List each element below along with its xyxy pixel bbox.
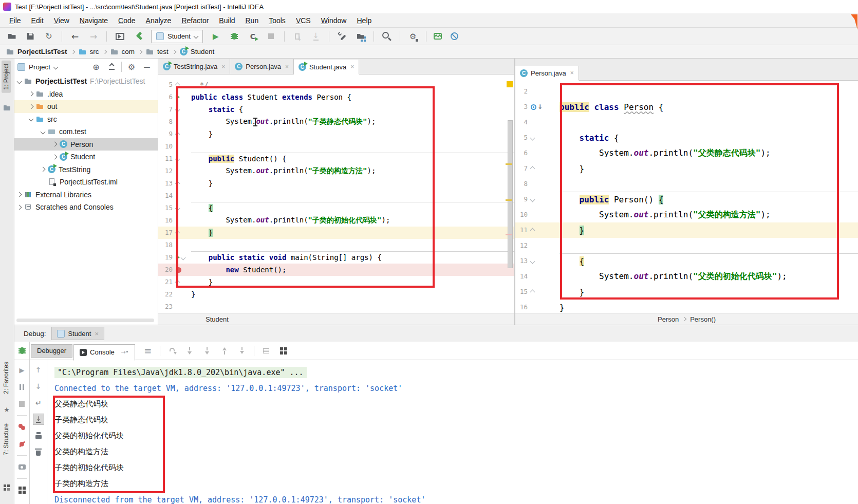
project-horizontal-scrollbar[interactable] <box>16 319 154 322</box>
line-number[interactable]: 11 <box>158 156 173 162</box>
trash-icon[interactable] <box>33 446 44 458</box>
softwrap-icon[interactable] <box>33 397 44 408</box>
line-number[interactable]: 12 <box>158 168 173 175</box>
tab-student-java[interactable]: Student.java× <box>294 60 359 74</box>
chevron-right-icon[interactable] <box>29 104 34 109</box>
breakpoints-icon[interactable] <box>16 421 28 433</box>
tree-item-src[interactable]: src <box>14 113 158 126</box>
blocked-icon[interactable] <box>449 31 460 42</box>
fold-marker-icon[interactable] <box>530 197 535 202</box>
line-number[interactable]: 9 <box>515 196 528 203</box>
line-number[interactable]: 22 <box>158 291 173 298</box>
close-icon[interactable]: × <box>285 63 289 70</box>
fold-marker-icon[interactable] <box>530 135 535 140</box>
changed-line-mark[interactable] <box>506 199 512 201</box>
project-stripe-icon[interactable] <box>3 104 11 112</box>
editor-scrollbar[interactable] <box>508 120 513 268</box>
line-number[interactable]: 13 <box>158 180 173 187</box>
coverage-icon[interactable] <box>247 31 258 42</box>
stripe-favorites-button[interactable]: 2: Favorites <box>2 359 11 397</box>
debug-session-tab[interactable]: Student × <box>51 327 104 340</box>
line-number[interactable]: 10 <box>158 143 173 150</box>
chevron-right-icon[interactable] <box>17 192 22 197</box>
tree-item--idea[interactable]: .idea <box>14 88 158 101</box>
line-number[interactable]: 12 <box>515 242 528 249</box>
search-icon[interactable] <box>381 31 393 42</box>
stop-icon[interactable] <box>16 398 28 409</box>
line-number[interactable]: 16 <box>158 217 173 224</box>
bug-icon[interactable] <box>229 31 240 42</box>
tree-item-external-libraries[interactable]: External Libraries <box>14 189 158 201</box>
more-icon[interactable] <box>16 501 28 504</box>
line-number[interactable]: 6 <box>515 150 528 157</box>
breadcrumb-item[interactable]: Student <box>180 48 215 55</box>
chevron-right-icon[interactable] <box>29 91 34 97</box>
tree-item-scratches-and-consoles[interactable]: Scratches and Consoles <box>14 201 158 214</box>
stripe-project-button[interactable]: 1: Project <box>2 61 11 93</box>
layout-icon[interactable] <box>278 345 289 357</box>
step-into-icon[interactable] <box>184 345 195 357</box>
chevron-down-icon[interactable] <box>53 64 59 69</box>
structure-icon[interactable] <box>355 31 366 42</box>
fold-marker-icon[interactable] <box>530 166 535 171</box>
error-stripe-mark[interactable] <box>507 81 513 87</box>
line-number[interactable]: 4 <box>515 119 528 126</box>
menu-item-build[interactable]: Build <box>214 15 240 26</box>
dump-icon[interactable] <box>292 31 303 42</box>
stop-icon[interactable] <box>266 31 277 42</box>
fold-marker-icon[interactable] <box>530 258 535 264</box>
tree-item-porjectlisttest-iml[interactable]: PorjectListTest.iml <box>14 176 158 189</box>
back-icon[interactable] <box>69 31 81 42</box>
menu-item-run[interactable]: Run <box>240 15 264 26</box>
line-number[interactable]: 8 <box>515 181 528 188</box>
line-number[interactable]: 15 <box>515 289 528 295</box>
changed-line-mark[interactable] <box>506 163 512 165</box>
chevron-right-icon[interactable] <box>52 154 58 159</box>
breadcrumb-item[interactable]: PorjectListTest <box>6 48 67 56</box>
breadcrumb-item[interactable]: test <box>146 48 169 56</box>
rerun-debug-icon[interactable] <box>16 345 28 357</box>
menu-item-navigate[interactable]: Navigate <box>74 15 113 26</box>
evaluate-icon[interactable] <box>260 345 272 357</box>
line-number[interactable]: 23 <box>158 304 173 310</box>
resume-icon[interactable] <box>16 364 28 376</box>
print-icon[interactable] <box>33 430 44 441</box>
line-number[interactable]: 5 <box>158 82 173 88</box>
subclassed-gutter-icon[interactable] <box>531 104 536 110</box>
stripe-structure-button[interactable]: 7: Structure <box>2 420 11 458</box>
menu-item-code[interactable]: Code <box>113 15 140 26</box>
close-icon[interactable]: × <box>221 63 225 70</box>
breakpoint-stripe-mark[interactable] <box>506 234 512 235</box>
close-icon[interactable]: × <box>570 69 574 77</box>
scrollend-icon[interactable] <box>33 414 44 425</box>
monitor-icon[interactable] <box>434 33 442 40</box>
line-number[interactable]: 2 <box>515 88 528 95</box>
menu-item-window[interactable]: Window <box>316 15 352 26</box>
breadcrumb-item[interactable]: src <box>79 48 99 56</box>
breadcrumb-item[interactable]: com <box>110 48 135 56</box>
collapse-all-icon[interactable] <box>106 61 117 72</box>
menu-item-help[interactable]: Help <box>351 15 377 26</box>
close-icon[interactable]: × <box>95 330 99 338</box>
tree-item-out[interactable]: out <box>14 100 158 113</box>
tree-item-com-test[interactable]: com.test <box>14 125 158 138</box>
down-icon[interactable] <box>33 381 44 392</box>
fold-marker-icon[interactable] <box>530 228 535 233</box>
pin-icon[interactable] <box>118 347 129 358</box>
breadcrumb-member[interactable]: Person <box>658 315 679 323</box>
line-number[interactable]: 14 <box>515 273 528 280</box>
chevron-down-icon[interactable] <box>29 117 34 122</box>
chevron-right-icon[interactable] <box>17 204 22 210</box>
open-icon[interactable] <box>6 31 17 42</box>
tab-teststring-java[interactable]: TestString.java× <box>158 59 230 74</box>
menu-lines-icon[interactable] <box>142 345 154 357</box>
line-number[interactable]: 18 <box>158 242 173 249</box>
line-number[interactable]: 21 <box>158 279 173 286</box>
line-number[interactable]: 8 <box>158 119 173 125</box>
line-number[interactable]: 17 <box>158 230 173 236</box>
run-configuration-selector[interactable]: Student <box>151 30 203 43</box>
breadcrumb-member[interactable]: Student <box>206 315 229 323</box>
line-number[interactable]: 20 <box>158 267 173 273</box>
line-number[interactable]: 6 <box>158 94 173 101</box>
close-icon[interactable]: × <box>350 63 354 70</box>
